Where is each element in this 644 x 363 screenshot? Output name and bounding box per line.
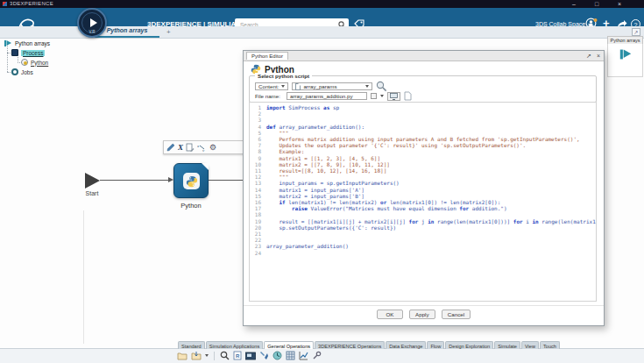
- apply-button[interactable]: Apply: [409, 310, 435, 319]
- ok-button[interactable]: OK: [377, 310, 403, 319]
- document-icon: [295, 83, 301, 90]
- process-flag-icon: [4, 39, 12, 47]
- flow-edge: [100, 180, 170, 181]
- cancel-button[interactable]: Cancel: [442, 310, 471, 319]
- tree-item-jobs-label[interactable]: Jobs: [21, 69, 33, 75]
- variables-icon[interactable]: X: [178, 143, 183, 152]
- code-line: 13 input_params = sp.getInputParameters(…: [250, 180, 596, 186]
- bottom-tab[interactable]: General Operations: [264, 341, 314, 349]
- code-line: 11 result=[[8, 10, 12], [14, 16, 18]]: [250, 167, 596, 174]
- browse-icon[interactable]: [371, 93, 377, 99]
- code-line: 3: [250, 117, 596, 123]
- new-document-icon[interactable]: [404, 91, 412, 101]
- app-icon: [3, 2, 7, 6]
- bottom-tab[interactable]: View: [521, 341, 539, 349]
- settings-wrench-icon[interactable]: [312, 351, 322, 360]
- file-name-row: File name: array_params_addition.py: [255, 91, 412, 101]
- bottom-tab[interactable]: Simulation Applications: [206, 341, 264, 349]
- monitor-icon: [390, 93, 398, 100]
- tree-connector: [7, 44, 8, 72]
- toolbar-separator: [214, 352, 215, 360]
- tree-item-jobs[interactable]: Jobs: [11, 68, 33, 76]
- code-line: 2: [250, 110, 596, 117]
- open-folder-icon[interactable]: [177, 351, 188, 360]
- chevron-down-icon[interactable]: [380, 95, 384, 97]
- minimize-button[interactable]: –: [568, 0, 580, 8]
- python-node-label: Python: [168, 202, 214, 210]
- tree-item-python[interactable]: Python: [21, 58, 48, 67]
- web-schedule-icon[interactable]: [272, 351, 282, 360]
- start-node-label: Start: [79, 190, 105, 196]
- python-activity-icon: [21, 59, 28, 66]
- code-line: 7 Updates the output parameter '{'C': re…: [250, 142, 596, 148]
- file-name-value: array_params_addition.py: [290, 93, 353, 99]
- close-button[interactable]: ×: [613, 0, 626, 8]
- bottom-tab[interactable]: Standard: [178, 341, 205, 349]
- bottom-tab[interactable]: Flow: [427, 341, 444, 349]
- process-flag-icon[interactable]: [619, 48, 633, 60]
- script-combo[interactable]: array_params: [292, 82, 372, 90]
- os-title-bar: 3DEXPERIENCE – □ ×: [0, 0, 644, 8]
- bottom-tab[interactable]: Design Exploration: [445, 341, 493, 349]
- view-file-button[interactable]: [387, 92, 400, 101]
- script-edit-icon[interactable]: [186, 143, 195, 153]
- zoom-icon[interactable]: [220, 351, 230, 360]
- tree-root-label[interactable]: Python arrays: [15, 40, 50, 46]
- code-line: 5 """: [250, 130, 596, 136]
- table-icon[interactable]: [286, 351, 295, 360]
- code-line: 1import SimProcess as sp: [250, 104, 596, 110]
- code-line: 20 sp.setOutputParameters({'C': result}): [250, 224, 596, 231]
- tools-icon[interactable]: [259, 351, 269, 360]
- jobs-icon: [11, 68, 18, 75]
- edit-icon[interactable]: [166, 143, 175, 152]
- dialog-close-icon[interactable]: ×: [594, 52, 603, 60]
- screen: 3DEXPERIENCE – □ × 3DEXPERIENCE | SIMULI…: [0, 0, 644, 363]
- process-node-icon: [11, 49, 18, 56]
- file-name-label: File name:: [255, 93, 283, 99]
- maximize-button[interactable]: □: [591, 0, 603, 8]
- code-line: 18: [250, 211, 596, 217]
- bottom-toolbar: R: [0, 348, 644, 363]
- bottom-tab[interactable]: 3DEXPERIENCE Operations: [315, 341, 385, 349]
- tree-item-python-label[interactable]: Python: [31, 60, 48, 66]
- content-dropdown[interactable]: Content:: [255, 82, 288, 90]
- dialog-tab-strip: Python Editor ↗ ×: [244, 51, 604, 61]
- svg-text:x: x: [197, 144, 200, 148]
- settings-icon[interactable]: ⚙: [209, 143, 216, 152]
- report-icon[interactable]: R: [233, 351, 242, 360]
- import-folder-icon[interactable]: [191, 351, 202, 360]
- tree-item-process-label[interactable]: Process: [21, 50, 45, 56]
- start-node[interactable]: [85, 173, 100, 189]
- play-icon: [90, 18, 97, 27]
- script-select-group: Select python script Content: array_para…: [249, 75, 597, 103]
- chevron-down-icon[interactable]: [205, 354, 209, 357]
- code-line: 16 if len(matrix1) != len(matrix2) or le…: [250, 199, 596, 205]
- mapping-icon[interactable]: x y: [197, 143, 207, 152]
- right-panel: [607, 44, 643, 77]
- code-line: 17 raise ValueError("Matrices must have …: [250, 205, 596, 211]
- file-name-input[interactable]: array_params_addition.py: [287, 92, 367, 100]
- node-fold-corner: [202, 163, 209, 170]
- python-activity-node[interactable]: [173, 163, 209, 198]
- compass-icon[interactable]: V.R: [77, 8, 107, 38]
- chart-icon[interactable]: [299, 351, 308, 360]
- code-line: 8 Example:: [250, 148, 596, 154]
- add-tab-button[interactable]: +: [166, 28, 171, 36]
- code-line: 19 result = [[matrix1[i][j] + matrix2[i]…: [250, 218, 596, 224]
- bottom-tab[interactable]: Data Exchange: [386, 341, 426, 349]
- group-legend: Select python script: [255, 73, 312, 79]
- dialog-expand-icon[interactable]: ↗: [584, 52, 593, 60]
- python-editor-dialog: Python Editor ↗ × Python Select python s…: [243, 50, 605, 326]
- tree-item-process[interactable]: Process: [11, 48, 45, 57]
- screenshot-icon[interactable]: [245, 352, 256, 360]
- svg-text:R: R: [236, 353, 240, 359]
- panel-expand-icon[interactable]: ↗: [632, 28, 640, 36]
- dialog-tab[interactable]: Python Editor: [246, 52, 288, 60]
- bottom-tab[interactable]: Simulate: [494, 341, 520, 349]
- tree-root[interactable]: Python arrays: [4, 39, 50, 47]
- code-editor[interactable]: 1import SimProcess as sp2 3 4def array_p…: [249, 102, 597, 302]
- bottom-tab[interactable]: Touch: [540, 341, 560, 349]
- chevron-down-icon: [281, 85, 285, 88]
- chevron-down-icon: [365, 85, 369, 88]
- script-combo-value: array_params: [303, 83, 336, 89]
